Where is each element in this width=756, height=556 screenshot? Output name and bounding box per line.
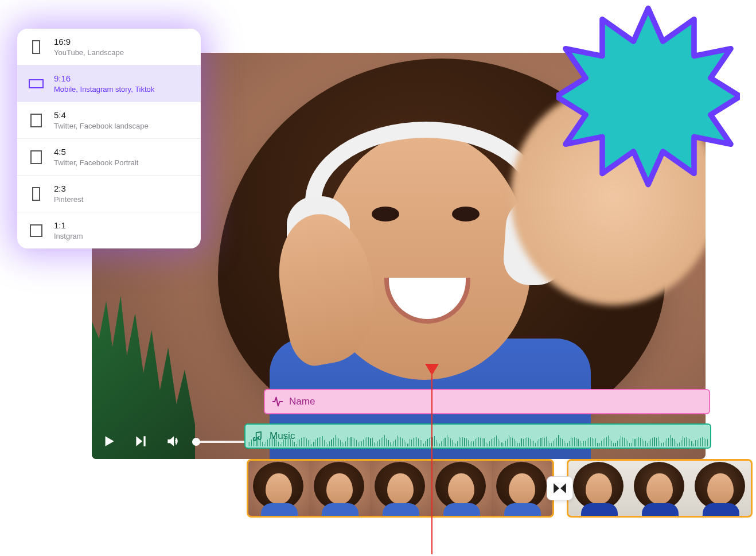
player-controls: [100, 433, 181, 450]
music-waveform: [245, 436, 710, 446]
activity-icon: [272, 396, 283, 407]
transition-badge[interactable]: [547, 476, 573, 500]
clip-thumb-face: [448, 473, 474, 504]
clip-thumb-face: [266, 473, 292, 504]
clip-thumb-shirt: [261, 503, 298, 516]
volume-icon: [165, 434, 180, 449]
clip-thumb-face: [646, 473, 673, 504]
clip-thumb-shirt: [504, 503, 541, 516]
ratio-title: 1:1: [54, 220, 83, 230]
transition-icon: [552, 482, 567, 495]
clip-thumb-face: [387, 473, 414, 504]
clip-thumb-shirt: [703, 503, 739, 516]
ratio-title: 16:9: [54, 37, 124, 46]
ratio-shape-icon: [29, 150, 44, 165]
ratio-subtitle: Mobile, Instagram story, Tiktok: [54, 85, 154, 94]
ratio-title: 2:3: [54, 184, 83, 193]
ratio-shape-icon: [29, 223, 44, 238]
clip-thumbnail[interactable]: [568, 461, 629, 516]
ratio-title: 9:16: [54, 73, 154, 83]
clip-thumbnail[interactable]: [370, 461, 431, 516]
clip-thumb-shirt: [443, 503, 480, 516]
starburst-icon: [556, 8, 740, 184]
track-music[interactable]: Music: [244, 423, 711, 449]
clip-thumb-face: [707, 473, 734, 504]
clip-thumbnail[interactable]: [248, 461, 309, 516]
clip-thumbnail[interactable]: [431, 461, 492, 516]
starburst-sticker[interactable]: [556, 5, 740, 188]
timeline-playhead[interactable]: [431, 365, 432, 554]
ratio-option-9-16[interactable]: 9:16 Mobile, Instagram story, Tiktok: [17, 65, 201, 102]
clip-thumb-face: [586, 473, 612, 504]
track-name[interactable]: Name: [264, 389, 710, 414]
clip-thumbnail[interactable]: [690, 461, 751, 516]
clip-thumb-shirt: [322, 503, 358, 516]
clip-thumb-shirt: [642, 503, 679, 516]
preview-eye: [372, 207, 399, 221]
clip-thumb-face: [326, 473, 353, 504]
timeline-clips: [247, 459, 753, 518]
preview-eye: [452, 207, 480, 221]
ratio-option-1-1[interactable]: 1:1 Instgram: [17, 212, 201, 248]
clip-group-a[interactable]: [247, 459, 554, 518]
next-button[interactable]: [132, 433, 149, 450]
aspect-ratio-menu[interactable]: 16:9 YouTube, Landscape 9:16 Mobile, Ins…: [17, 29, 201, 248]
clip-thumbnail[interactable]: [629, 461, 690, 516]
ratio-subtitle: Twitter, Facebook Portrait: [54, 158, 138, 167]
clip-thumb-shirt: [383, 503, 419, 516]
clip-thumbnail[interactable]: [309, 461, 370, 516]
play-icon: [101, 434, 116, 449]
track-name-label: Name: [289, 396, 315, 407]
clip-thumb-face: [509, 473, 535, 504]
ratio-subtitle: YouTube, Landscape: [54, 48, 124, 57]
ratio-shape-icon: [29, 113, 44, 128]
ratio-subtitle: Instgram: [54, 232, 83, 240]
clip-group-b[interactable]: [567, 459, 753, 518]
volume-button[interactable]: [164, 433, 181, 450]
ratio-option-2-3[interactable]: 2:3 Pinterest: [17, 176, 201, 212]
clip-thumbnail[interactable]: [492, 461, 552, 516]
ratio-title: 5:4: [54, 110, 149, 120]
ratio-subtitle: Pinterest: [54, 195, 83, 204]
ratio-option-5-4[interactable]: 5:4 Twitter, Facebook landscape: [17, 102, 201, 139]
next-icon: [133, 434, 148, 449]
ratio-option-16-9[interactable]: 16:9 YouTube, Landscape: [17, 29, 201, 65]
ratio-shape-icon: [29, 40, 44, 55]
ratio-option-4-5[interactable]: 4:5 Twitter, Facebook Portrait: [17, 139, 201, 176]
ratio-shape-icon: [29, 76, 44, 91]
ratio-title: 4:5: [54, 147, 138, 157]
clip-thumb-shirt: [581, 503, 618, 516]
ratio-subtitle: Twitter, Facebook landscape: [54, 122, 149, 130]
ratio-shape-icon: [29, 186, 44, 201]
play-button[interactable]: [100, 433, 117, 450]
